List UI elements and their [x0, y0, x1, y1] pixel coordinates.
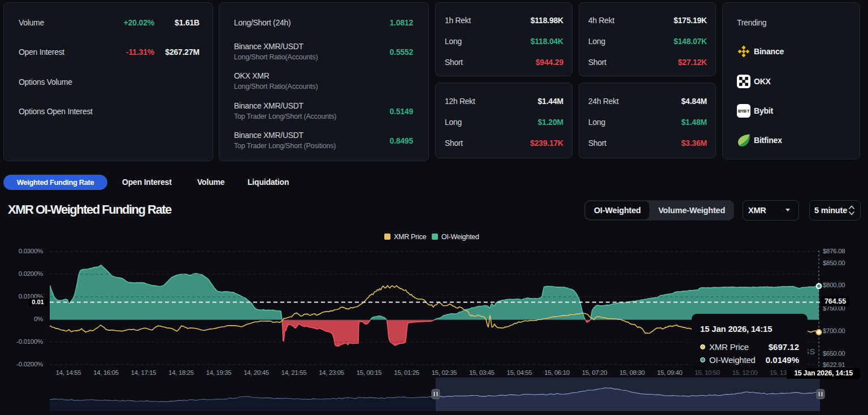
svg-text:BYBIT: BYBIT — [738, 109, 750, 114]
